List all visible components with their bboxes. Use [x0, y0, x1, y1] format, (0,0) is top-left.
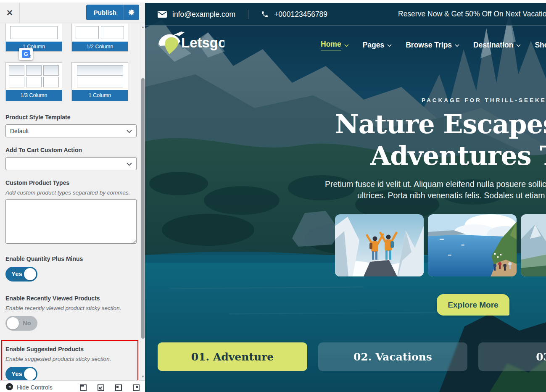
publish-button-group: Publish: [87, 5, 139, 20]
gallery-photo-mountaineers[interactable]: [335, 214, 424, 276]
topbar-email[interactable]: info@example.com: [172, 10, 235, 19]
category-card-hiking[interactable]: 03. Hi: [478, 342, 546, 371]
nav-label: Pages: [363, 41, 385, 50]
chevron-down-icon: [387, 44, 392, 47]
recently-viewed-toggle[interactable]: No: [5, 316, 37, 331]
column-thumb: [6, 24, 62, 42]
toggle-knob: [7, 317, 19, 329]
panel-scrollbar: ▲ ▼: [140, 24, 145, 380]
category-card-adventure[interactable]: 01. Adventure: [158, 342, 307, 371]
recently-viewed-hint: Enable recently viewed product sticky se…: [5, 305, 137, 311]
custom-product-types-hint: Add custom product types separated by co…: [5, 189, 137, 196]
nav-item-destination[interactable]: Destination: [473, 40, 521, 50]
publish-settings-gear-icon[interactable]: [124, 5, 139, 20]
custom-product-types-input[interactable]: [5, 199, 137, 244]
column-option-half[interactable]: 1/2 Column: [71, 24, 128, 52]
topbar-divider: [248, 10, 248, 19]
column-option-1col-stacked[interactable]: 1 Column: [71, 62, 128, 101]
translate-x-glyph: ✗: [28, 55, 32, 59]
layout-screen-icon[interactable]: [80, 384, 87, 391]
phone-icon: [261, 11, 269, 18]
column-option-third[interactable]: 1/3 Column: [5, 62, 62, 101]
toggle-knob: [24, 268, 36, 280]
select-value: Default: [10, 128, 29, 134]
scroll-down-icon[interactable]: ▼: [140, 375, 145, 379]
column-option-label: 1 Column: [6, 42, 62, 51]
column-option-label: 1/2 Column: [72, 42, 128, 51]
chevron-down-icon: [455, 44, 459, 47]
topbar-contact: info@example.com +000123456789: [158, 3, 327, 26]
site-preview: info@example.com +000123456789 Reserve N…: [145, 0, 546, 392]
hero-title-line2: Adventures Tr: [370, 140, 546, 171]
nav-item-home[interactable]: Home: [321, 40, 349, 50]
email-icon: [158, 11, 167, 18]
column-thumb: [72, 63, 128, 90]
column-thumb: [72, 24, 128, 42]
gallery-photo-coastline[interactable]: [428, 214, 517, 276]
product-style-template-label: Product Style Template: [5, 114, 137, 121]
nav-label: Sho: [535, 41, 546, 50]
toggle-knob: [24, 368, 36, 380]
category-card-vacations[interactable]: 02. Vacations: [318, 342, 467, 371]
topbar-phone[interactable]: +000123456789: [274, 10, 327, 19]
chevron-down-icon: [127, 130, 132, 133]
hero-body-line2: ultrices. Porta nibh venenatis felis. So…: [357, 191, 546, 200]
scroll-up-icon[interactable]: ▲: [140, 25, 145, 29]
suggested-products-toggle[interactable]: Yes: [5, 367, 37, 380]
toggle-state-label: Yes: [11, 270, 22, 277]
column-layout-options: 1 Column 1/2 Column 1/3 Column: [5, 24, 137, 101]
toggle-state-label: No: [23, 319, 31, 326]
chevron-down-icon: [127, 163, 132, 166]
chevron-down-icon: [516, 44, 521, 47]
toggle-state-label: Yes: [11, 370, 22, 377]
cart-action-label: Add To Cart Custom Action: [5, 147, 137, 153]
chevron-down-icon: [344, 44, 349, 47]
close-icon[interactable]: ✕: [0, 3, 20, 23]
column-option-label: 1 Column: [72, 90, 128, 101]
nav-item-browse-trips[interactable]: Browse Trips: [406, 40, 459, 50]
explore-more-button[interactable]: Explore More: [437, 294, 509, 316]
nav-item-pages[interactable]: Pages: [363, 40, 392, 50]
suggested-products-label: Enable Suggested Products: [5, 346, 132, 353]
suggested-products-hint: Enable suggested products sticky section…: [5, 356, 132, 362]
quantity-plus-minus-label: Enable Quantity Plus Minus: [5, 255, 137, 262]
panel-header: ✕ Publish: [0, 3, 145, 23]
nav-label: Destination: [473, 41, 513, 50]
panel-footer: ◄ Hide Controls: [0, 380, 145, 392]
custom-product-types-label: Custom Product Types: [5, 179, 137, 186]
layout-expand-icon[interactable]: [98, 384, 104, 391]
panel-content: 1 Column 1/2 Column 1/3 Column: [0, 24, 140, 380]
gallery-photo-peaks[interactable]: [521, 214, 546, 276]
screenshot-root: ✕ Publish 1 Column 1/2 Column: [0, 0, 546, 392]
highlight-box: Enable Suggested Products Enable suggest…: [1, 340, 138, 380]
column-thumb: [6, 63, 62, 90]
site-topbar: info@example.com +000123456789 Reserve N…: [145, 3, 546, 26]
product-style-template-select[interactable]: Default: [5, 124, 137, 137]
recently-viewed-label: Enable Recently Viewed Products: [5, 295, 137, 302]
layout-corner-right-icon[interactable]: [133, 384, 140, 391]
letsgo-logo[interactable]: Letsgo: [155, 28, 224, 57]
nav-item-shop[interactable]: Sho: [535, 40, 546, 50]
main-nav: Home Pages Browse Trips Destination Sho: [321, 40, 546, 50]
hero-eyebrow: PACKAGE FOR THRILL-SEEKERS: [422, 97, 546, 103]
google-translate-icon[interactable]: G ✗: [19, 48, 33, 60]
svg-text:Letsgo: Letsgo: [181, 35, 224, 50]
quantity-plus-minus-toggle[interactable]: Yes: [5, 267, 37, 282]
column-option-1col[interactable]: 1 Column: [5, 24, 62, 52]
layout-corner-left-icon[interactable]: [115, 384, 122, 391]
hero-title-line1: Nature Escapes Ex: [335, 109, 546, 139]
customizer-panel: ✕ Publish 1 Column 1/2 Column: [0, 0, 145, 392]
cart-action-select[interactable]: [5, 157, 137, 170]
topbar-promo: Reserve Now & Get 50% Off On Next Vacati…: [398, 10, 546, 18]
scrollbar-thumb[interactable]: [141, 78, 145, 339]
publish-button[interactable]: Publish: [87, 5, 124, 20]
nav-label: Home: [321, 40, 341, 50]
hero-body-line1: Pretium fusce id velit ut. Aliquam eleif…: [325, 179, 546, 189]
nav-label: Browse Trips: [406, 41, 452, 50]
column-option-label: 1/3 Column: [6, 90, 62, 101]
site-frame: info@example.com +000123456789 Reserve N…: [145, 3, 546, 392]
hide-controls-label: Hide Controls: [17, 384, 53, 391]
hide-controls-icon[interactable]: ◄: [6, 383, 13, 390]
